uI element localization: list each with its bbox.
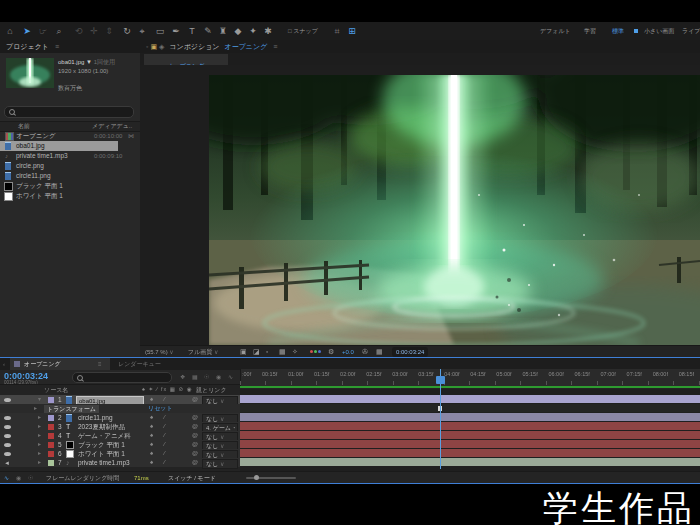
quality-switch[interactable]: ∕: [164, 413, 165, 422]
composition-viewer[interactable]: [140, 65, 700, 345]
layer-bar-2[interactable]: [240, 413, 700, 421]
quality-switch[interactable]: ∕: [164, 431, 165, 440]
pen-tool[interactable]: ✒: [169, 24, 183, 38]
audio-toggle[interactable]: ◄: [4, 459, 10, 468]
shy-switch[interactable]: ♠: [150, 422, 153, 431]
project-item[interactable]: ♪ private time1.mp3 0:00:09:10: [0, 151, 140, 161]
quality-switch[interactable]: ∕: [164, 422, 165, 431]
clone-stamp-tool[interactable]: ♜: [216, 24, 230, 38]
snapshot-icon[interactable]: ✇: [362, 348, 368, 356]
expand-arrow[interactable]: ▸: [38, 458, 41, 467]
draft-toggle-icon[interactable]: ◉: [16, 474, 21, 482]
project-panel-header[interactable]: プロジェクト ≡: [0, 40, 140, 53]
layer-name[interactable]: ブラック 平面 1: [78, 440, 125, 449]
viewer-tab[interactable]: オープニング: [144, 54, 228, 65]
shy-switch[interactable]: ♠: [150, 395, 153, 404]
visibility-toggle[interactable]: [4, 434, 11, 438]
pickwhip-icon[interactable]: @: [192, 449, 198, 458]
expand-arrow[interactable]: ▸: [38, 440, 41, 449]
label-chip[interactable]: [48, 397, 54, 403]
layer-row-3[interactable]: ▸ 3 T 2023夏期制作品 ♠ ∕ @ 4. ゲーム・アニ: [0, 422, 240, 431]
project-item[interactable]: ブラック 平面 1: [0, 181, 140, 191]
quality-switch[interactable]: ∕: [164, 395, 165, 404]
exposure-value[interactable]: +0.0: [342, 348, 354, 356]
visibility-toggle[interactable]: [4, 452, 11, 456]
hand-tool[interactable]: ☞: [36, 24, 50, 38]
composition-mini-flowchart-icon[interactable]: ❖: [180, 373, 185, 381]
layer-name[interactable]: private time1.mp3: [78, 458, 130, 467]
shape-tool[interactable]: ▭: [153, 24, 167, 38]
label-chip[interactable]: [48, 451, 54, 457]
pickwhip-icon[interactable]: @: [192, 395, 198, 404]
shy-switch[interactable]: ♠: [150, 440, 153, 449]
layer-bar-4[interactable]: [240, 431, 700, 439]
magnification-select[interactable]: (55.7 %) ∨: [145, 348, 174, 356]
composition-panel-header[interactable]: ◦ ▣ ◈ コンポジション オープニング ≡: [140, 40, 700, 53]
rotation-tool[interactable]: ↻: [120, 24, 134, 38]
layer-bar-5[interactable]: [240, 440, 700, 448]
grid-guides-icon[interactable]: ▣: [240, 348, 247, 356]
shy-switch[interactable]: ♠: [150, 449, 153, 458]
switch-mode-button[interactable]: スイッチ / モード: [168, 474, 216, 482]
layer-bar-3[interactable]: [240, 422, 700, 430]
maximize-icon[interactable]: ⊞: [345, 24, 359, 38]
parent-select[interactable]: なし ∨: [202, 459, 238, 469]
timeline-search-input[interactable]: [72, 372, 172, 383]
layer-bar-1[interactable]: [240, 395, 700, 403]
roto-brush-tool[interactable]: ✦: [246, 24, 260, 38]
expand-arrow[interactable]: ▾: [38, 395, 41, 404]
workspace-default[interactable]: デフォルト: [540, 27, 571, 35]
resolution-select[interactable]: フル画質 ∨: [188, 348, 218, 356]
label-chip[interactable]: [48, 415, 54, 421]
footage-thumbnail[interactable]: [6, 58, 54, 88]
column-name[interactable]: 名前: [18, 122, 30, 130]
motion-blur-icon[interactable]: ◉: [216, 373, 221, 381]
playhead-line[interactable]: [440, 369, 441, 469]
pickwhip-icon[interactable]: @: [192, 422, 198, 431]
column-source-name[interactable]: ソース名: [44, 386, 68, 394]
project-item[interactable]: オープニング 0:00:10:00 ⋈: [0, 131, 140, 141]
graph-editor-icon[interactable]: ∿: [228, 373, 233, 381]
timeline-zoom-slider[interactable]: [246, 477, 296, 479]
viewer-timecode[interactable]: 0:00:03:24: [392, 347, 428, 357]
layer-row-7[interactable]: ◄ ▸ 7 ♪ private time1.mp3 ♠ ∕ @ なし ∨: [0, 458, 240, 467]
transform-label[interactable]: トランスフォーム: [44, 405, 99, 413]
cache-toggle-icon[interactable]: ☉: [28, 474, 33, 482]
visibility-toggle[interactable]: [4, 425, 11, 429]
label-chip[interactable]: [48, 433, 54, 439]
layer-bar-6[interactable]: [240, 449, 700, 457]
render-toggle-icon[interactable]: ∿: [4, 474, 9, 482]
label-chip[interactable]: [48, 442, 54, 448]
reset-link[interactable]: リセット: [148, 404, 173, 413]
zoom-tool[interactable]: ⌕: [52, 24, 66, 38]
shy-switch[interactable]: ♠: [150, 413, 153, 422]
quality-switch[interactable]: ∕: [164, 458, 165, 467]
layer-name[interactable]: 2023夏期制作品: [78, 422, 125, 431]
timeline-tab-active[interactable]: オープニング ≡: [10, 358, 110, 370]
project-item-selected[interactable]: oba01.jpg: [0, 141, 140, 151]
align-icon[interactable]: ⌗: [330, 24, 344, 38]
workspace-standard[interactable]: 標準: [612, 27, 624, 35]
layer-row-5[interactable]: ▸ 5 ブラック 平面 1 ♠ ∕ @ なし ∨: [0, 440, 240, 449]
column-parent-link[interactable]: 親とリンク: [196, 386, 227, 394]
pickwhip-icon[interactable]: @: [192, 440, 198, 449]
layer-row-6[interactable]: ▸ 6 ホワイト 平面 1 ♠ ∕ @ なし ∨: [0, 449, 240, 458]
workspace-learn[interactable]: 学習: [584, 27, 596, 35]
workspace-libraries[interactable]: ライブラリ: [682, 27, 700, 35]
project-item[interactable]: circle11.png: [0, 171, 140, 181]
mask-visibility-icon[interactable]: ◪: [253, 348, 260, 356]
tab-menu-icon[interactable]: ≡: [98, 360, 102, 368]
expand-arrow[interactable]: ▸: [38, 431, 41, 440]
zoom-slider-handle[interactable]: [254, 475, 259, 480]
pickwhip-icon[interactable]: @: [192, 458, 198, 467]
camera-tool[interactable]: ⌖: [135, 24, 149, 38]
layer-row-1[interactable]: ▾ 1 oba01.jpg ♠ ∕ @ なし ∨: [0, 395, 240, 404]
expand-arrow[interactable]: ▸: [38, 422, 41, 431]
transform-property-row[interactable]: ▸ トランスフォーム リセット: [0, 404, 240, 413]
snap-checkbox[interactable]: □ スナップ: [288, 27, 318, 35]
project-item[interactable]: ホワイト 平面 1: [0, 191, 140, 201]
shy-switch[interactable]: ♠: [150, 431, 153, 440]
layer-name[interactable]: ゲーム・アニメ科: [78, 431, 131, 440]
column-duration[interactable]: メディアデュ..: [92, 122, 132, 130]
label-chip[interactable]: [48, 424, 54, 430]
